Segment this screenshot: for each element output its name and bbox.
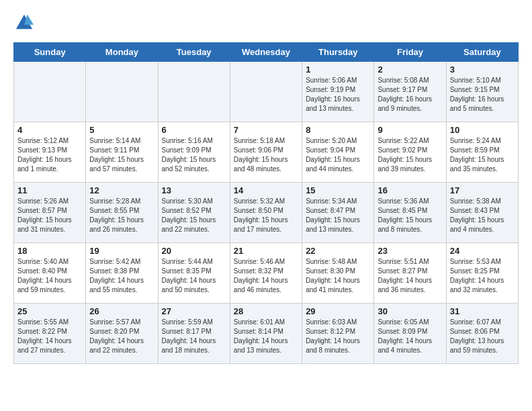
day-info: Sunrise: 5:24 AMSunset: 8:59 PMDaylight:…: [450, 136, 515, 174]
day-number: 23: [378, 246, 442, 256]
day-cell: 11Sunrise: 5:26 AMSunset: 8:57 PMDayligh…: [14, 183, 86, 243]
logo: [13, 13, 34, 36]
day-cell: 14Sunrise: 5:32 AMSunset: 8:50 PMDayligh…: [230, 183, 302, 243]
day-info: Sunrise: 5:55 AMSunset: 8:22 PMDaylight:…: [17, 318, 82, 355]
day-number: 28: [234, 306, 298, 316]
day-cell: 13Sunrise: 5:30 AMSunset: 8:52 PMDayligh…: [158, 183, 230, 243]
day-cell: 30Sunrise: 6:05 AMSunset: 8:09 PMDayligh…: [374, 304, 446, 364]
day-info: Sunrise: 6:01 AMSunset: 8:14 PMDaylight:…: [234, 318, 298, 355]
day-info: Sunrise: 5:30 AMSunset: 8:52 PMDaylight:…: [162, 197, 226, 234]
day-cell: 26Sunrise: 5:57 AMSunset: 8:20 PMDayligh…: [86, 304, 158, 364]
day-cell: 29Sunrise: 6:03 AMSunset: 8:12 PMDayligh…: [302, 304, 374, 364]
day-number: 21: [234, 246, 298, 256]
day-cell: 2Sunrise: 5:08 AMSunset: 9:17 PMDaylight…: [374, 62, 446, 122]
day-info: Sunrise: 5:51 AMSunset: 8:27 PMDaylight:…: [378, 257, 442, 295]
day-number: 15: [306, 185, 370, 195]
day-number: 31: [450, 306, 515, 316]
week-row-3: 11Sunrise: 5:26 AMSunset: 8:57 PMDayligh…: [14, 183, 519, 243]
day-info: Sunrise: 5:59 AMSunset: 8:17 PMDaylight:…: [162, 318, 226, 355]
weekday-saturday: Saturday: [446, 43, 518, 62]
day-cell: 5Sunrise: 5:14 AMSunset: 9:11 PMDaylight…: [86, 122, 158, 183]
week-row-4: 18Sunrise: 5:40 AMSunset: 8:40 PMDayligh…: [14, 243, 519, 304]
day-number: 16: [378, 185, 442, 195]
weekday-thursday: Thursday: [302, 43, 374, 62]
day-info: Sunrise: 5:12 AMSunset: 9:13 PMDaylight:…: [17, 136, 82, 174]
day-number: 14: [234, 185, 298, 195]
day-number: 20: [162, 246, 226, 256]
week-row-1: 1Sunrise: 5:06 AMSunset: 9:19 PMDaylight…: [14, 62, 519, 122]
day-number: 7: [234, 125, 298, 135]
day-info: Sunrise: 5:06 AMSunset: 9:19 PMDaylight:…: [306, 76, 370, 113]
day-cell: 9Sunrise: 5:22 AMSunset: 9:02 PMDaylight…: [374, 122, 446, 183]
day-info: Sunrise: 5:28 AMSunset: 8:55 PMDaylight:…: [89, 197, 154, 234]
day-number: 2: [378, 64, 442, 75]
day-number: 18: [17, 246, 82, 256]
day-cell: 20Sunrise: 5:44 AMSunset: 8:35 PMDayligh…: [158, 243, 230, 304]
day-cell: 25Sunrise: 5:55 AMSunset: 8:22 PMDayligh…: [14, 304, 86, 364]
day-info: Sunrise: 5:34 AMSunset: 8:47 PMDaylight:…: [306, 197, 370, 234]
weekday-wednesday: Wednesday: [230, 43, 302, 62]
day-number: 26: [89, 306, 154, 316]
day-number: 17: [450, 185, 515, 195]
calendar-header: SundayMondayTuesdayWednesdayThursdayFrid…: [14, 43, 519, 62]
calendar-body: 1Sunrise: 5:06 AMSunset: 9:19 PMDaylight…: [14, 62, 519, 364]
week-row-5: 25Sunrise: 5:55 AMSunset: 8:22 PMDayligh…: [14, 304, 519, 364]
day-number: 22: [306, 246, 370, 256]
day-number: 19: [89, 246, 154, 256]
day-cell: 6Sunrise: 5:16 AMSunset: 9:09 PMDaylight…: [158, 122, 230, 183]
day-number: 1: [306, 64, 370, 75]
day-info: Sunrise: 6:05 AMSunset: 8:09 PMDaylight:…: [378, 318, 442, 355]
day-info: Sunrise: 5:14 AMSunset: 9:11 PMDaylight:…: [89, 136, 154, 174]
weekday-sunday: Sunday: [14, 43, 86, 62]
day-info: Sunrise: 5:44 AMSunset: 8:35 PMDaylight:…: [162, 257, 226, 295]
day-number: 9: [378, 125, 442, 135]
day-number: 30: [378, 306, 442, 316]
day-info: Sunrise: 5:53 AMSunset: 8:25 PMDaylight:…: [450, 257, 515, 295]
day-info: Sunrise: 5:32 AMSunset: 8:50 PMDaylight:…: [234, 197, 298, 234]
day-cell: 7Sunrise: 5:18 AMSunset: 9:06 PMDaylight…: [230, 122, 302, 183]
day-cell: 4Sunrise: 5:12 AMSunset: 9:13 PMDaylight…: [14, 122, 86, 183]
day-cell: 1Sunrise: 5:06 AMSunset: 9:19 PMDaylight…: [302, 62, 374, 122]
day-number: 6: [162, 125, 226, 135]
day-number: 5: [89, 125, 154, 135]
week-row-2: 4Sunrise: 5:12 AMSunset: 9:13 PMDaylight…: [14, 122, 519, 183]
day-cell: 21Sunrise: 5:46 AMSunset: 8:32 PMDayligh…: [230, 243, 302, 304]
day-cell: 17Sunrise: 5:38 AMSunset: 8:43 PMDayligh…: [446, 183, 518, 243]
logo-text: [13, 13, 34, 36]
weekday-tuesday: Tuesday: [158, 43, 230, 62]
day-number: 29: [306, 306, 370, 316]
day-info: Sunrise: 5:40 AMSunset: 8:40 PMDaylight:…: [17, 257, 82, 295]
day-info: Sunrise: 5:08 AMSunset: 9:17 PMDaylight:…: [378, 76, 442, 113]
day-cell: 27Sunrise: 5:59 AMSunset: 8:17 PMDayligh…: [158, 304, 230, 364]
day-info: Sunrise: 5:20 AMSunset: 9:04 PMDaylight:…: [306, 136, 370, 174]
day-number: 12: [89, 185, 154, 195]
day-cell: [158, 62, 230, 122]
page-header: [13, 13, 519, 36]
day-info: Sunrise: 5:16 AMSunset: 9:09 PMDaylight:…: [162, 136, 226, 174]
day-cell: 22Sunrise: 5:48 AMSunset: 8:30 PMDayligh…: [302, 243, 374, 304]
day-info: Sunrise: 5:22 AMSunset: 9:02 PMDaylight:…: [378, 136, 442, 174]
day-info: Sunrise: 5:18 AMSunset: 9:06 PMDaylight:…: [234, 136, 298, 174]
weekday-monday: Monday: [86, 43, 158, 62]
day-cell: 31Sunrise: 6:07 AMSunset: 8:06 PMDayligh…: [446, 304, 518, 364]
day-cell: 12Sunrise: 5:28 AMSunset: 8:55 PMDayligh…: [86, 183, 158, 243]
day-cell: 16Sunrise: 5:36 AMSunset: 8:45 PMDayligh…: [374, 183, 446, 243]
day-cell: [230, 62, 302, 122]
day-number: 25: [17, 306, 82, 316]
calendar-table: SundayMondayTuesdayWednesdayThursdayFrid…: [13, 42, 519, 364]
day-number: 13: [162, 185, 226, 195]
day-number: 3: [450, 64, 515, 75]
day-info: Sunrise: 6:03 AMSunset: 8:12 PMDaylight:…: [306, 318, 370, 355]
weekday-header-row: SundayMondayTuesdayWednesdayThursdayFrid…: [14, 43, 519, 62]
day-number: 24: [450, 246, 515, 256]
day-cell: 18Sunrise: 5:40 AMSunset: 8:40 PMDayligh…: [14, 243, 86, 304]
day-number: 11: [17, 185, 82, 195]
day-cell: 19Sunrise: 5:42 AMSunset: 8:38 PMDayligh…: [86, 243, 158, 304]
weekday-friday: Friday: [374, 43, 446, 62]
day-info: Sunrise: 5:38 AMSunset: 8:43 PMDaylight:…: [450, 197, 515, 234]
day-cell: 10Sunrise: 5:24 AMSunset: 8:59 PMDayligh…: [446, 122, 518, 183]
day-cell: 3Sunrise: 5:10 AMSunset: 9:15 PMDaylight…: [446, 62, 518, 122]
day-info: Sunrise: 5:36 AMSunset: 8:45 PMDaylight:…: [378, 197, 442, 234]
day-cell: [14, 62, 86, 122]
day-number: 4: [17, 125, 82, 135]
